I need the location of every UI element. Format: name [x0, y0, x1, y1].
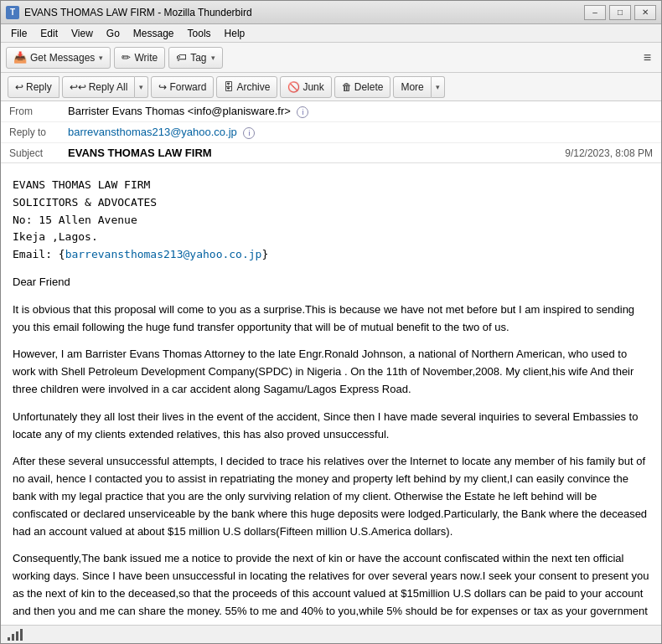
- main-toolbar: 📥 Get Messages ▾ ✏ Write 🏷 Tag ▾ ≡: [1, 43, 661, 73]
- signal-icon: [8, 629, 23, 641]
- reply-all-label: Reply All: [89, 81, 128, 93]
- title-bar: T EVANS THOMAS LAW FIRM - Mozilla Thunde…: [1, 1, 661, 24]
- menu-tools[interactable]: Tools: [181, 26, 218, 41]
- get-messages-label: Get Messages: [30, 52, 95, 64]
- write-label: Write: [134, 52, 158, 64]
- email-toolbar: ↩ Reply ↩↩ Reply All ▾ ↪ Forward 🗄 Archi…: [1, 73, 661, 101]
- subject-label: Subject: [9, 147, 68, 159]
- from-label: From: [9, 106, 68, 117]
- from-info-icon[interactable]: i: [297, 106, 308, 118]
- status-bar: [1, 625, 661, 643]
- reply-all-icon: ↩↩: [70, 81, 86, 93]
- reply-group: ↩ Reply: [8, 76, 59, 98]
- company-line3: No: 15 Allen Avenue: [13, 212, 649, 229]
- company-line2: SOLICITORS & ADVOCATES: [13, 194, 649, 212]
- maximize-button[interactable]: □: [609, 5, 631, 20]
- write-button[interactable]: ✏ Write: [114, 47, 165, 69]
- delete-button[interactable]: 🗑 Delete: [334, 76, 391, 98]
- from-value: Barrister Evans Thomas <info@planisware.…: [68, 105, 653, 118]
- tag-dropdown-icon[interactable]: ▾: [211, 54, 215, 62]
- archive-icon: 🗄: [224, 81, 234, 93]
- junk-icon: 🚫: [287, 81, 300, 93]
- get-messages-icon: 📥: [13, 51, 27, 64]
- paragraph-5: Consequently,The bank issued me a notice…: [13, 550, 649, 625]
- window-title: EVANS THOMAS LAW FIRM - Mozilla Thunderb…: [24, 7, 584, 18]
- junk-button[interactable]: 🚫 Junk: [280, 76, 331, 98]
- tag-label: Tag: [190, 52, 206, 64]
- junk-label: Junk: [303, 81, 323, 93]
- delete-icon: 🗑: [342, 81, 352, 93]
- menu-view[interactable]: View: [65, 26, 100, 41]
- reply-to-info-icon[interactable]: i: [243, 127, 255, 139]
- menu-file[interactable]: File: [4, 26, 34, 41]
- more-dropdown-button[interactable]: ▾: [432, 76, 445, 98]
- forward-label: Forward: [169, 81, 206, 93]
- delete-label: Delete: [354, 81, 384, 93]
- menu-bar: File Edit View Go Message Tools Help: [1, 24, 661, 43]
- minimize-button[interactable]: –: [584, 5, 606, 20]
- close-button[interactable]: ✕: [634, 5, 656, 20]
- paragraph-3: Unfortunately they all lost their lives …: [13, 409, 649, 444]
- svg-rect-3: [20, 629, 23, 641]
- menu-message[interactable]: Message: [127, 26, 181, 41]
- tag-button[interactable]: 🏷 Tag ▾: [168, 47, 222, 69]
- email-header: From Barrister Evans Thomas <info@planis…: [1, 101, 661, 163]
- reply-icon: ↩: [15, 81, 23, 93]
- company-line5: Email: {barrevansthomas213@yahoo.co.jp}: [13, 246, 649, 264]
- more-button[interactable]: More: [393, 76, 431, 98]
- archive-label: Archive: [236, 81, 270, 93]
- subject-value: EVANS THOMAS LAW FIRM: [68, 147, 565, 159]
- menu-help[interactable]: Help: [218, 26, 252, 41]
- more-group: More ▾: [393, 76, 444, 98]
- forward-button[interactable]: ↪ Forward: [151, 76, 214, 98]
- write-icon: ✏: [122, 51, 131, 64]
- subject-row: Subject EVANS THOMAS LAW FIRM 9/12/2023,…: [1, 143, 661, 162]
- reply-label: Reply: [26, 81, 52, 93]
- forward-icon: ↪: [158, 81, 167, 93]
- reply-to-row: Reply to barrevansthomas213@yahoo.co.jp …: [1, 122, 661, 143]
- paragraph-4: After these several unsuccessful attempt…: [13, 453, 649, 540]
- archive-button[interactable]: 🗄 Archive: [216, 76, 277, 98]
- greeting: Dear Friend: [13, 274, 649, 291]
- from-name: Barrister Evans Thomas <info@planisware.…: [68, 105, 291, 117]
- get-messages-button[interactable]: 📥 Get Messages ▾: [6, 47, 111, 69]
- paragraph-1: It is obvious that this proposal will co…: [13, 301, 649, 337]
- reply-all-button[interactable]: ↩↩ Reply All: [62, 76, 136, 98]
- reply-all-dropdown-button[interactable]: ▾: [135, 76, 148, 98]
- menu-edit[interactable]: Edit: [34, 26, 65, 41]
- svg-rect-0: [8, 637, 10, 641]
- email-body: EVANS THOMAS LAW FIRM SOLICITORS & ADVOC…: [1, 163, 661, 625]
- reply-all-group: ↩↩ Reply All ▾: [62, 76, 149, 98]
- main-window: T EVANS THOMAS LAW FIRM - Mozilla Thunde…: [0, 0, 662, 644]
- hamburger-button[interactable]: ≡: [639, 48, 656, 68]
- company-line4: Ikeja ,Lagos.: [13, 229, 649, 246]
- reply-to-link[interactable]: barrevansthomas213@yahoo.co.jp: [68, 126, 237, 138]
- menu-go[interactable]: Go: [100, 26, 127, 41]
- reply-button[interactable]: ↩ Reply: [8, 76, 59, 98]
- window-controls: – □ ✕: [584, 5, 656, 20]
- paragraph-2: However, I am Barrister Evans Thomas Att…: [13, 346, 649, 398]
- from-row: From Barrister Evans Thomas <info@planis…: [1, 101, 661, 122]
- app-icon: T: [6, 6, 19, 19]
- reply-to-value: barrevansthomas213@yahoo.co.jp i: [68, 126, 653, 139]
- email-date: 9/12/2023, 8:08 PM: [565, 147, 653, 159]
- get-messages-dropdown-icon[interactable]: ▾: [99, 54, 103, 62]
- more-label: More: [401, 81, 423, 93]
- company-email-link[interactable]: barrevansthomas213@yahoo.co.jp: [65, 248, 262, 260]
- company-line1: EVANS THOMAS LAW FIRM: [13, 177, 649, 194]
- company-header: EVANS THOMAS LAW FIRM SOLICITORS & ADVOC…: [13, 177, 649, 264]
- svg-rect-1: [12, 634, 14, 641]
- tag-icon: 🏷: [176, 51, 187, 64]
- reply-to-label: Reply to: [9, 126, 68, 138]
- svg-rect-2: [16, 631, 18, 641]
